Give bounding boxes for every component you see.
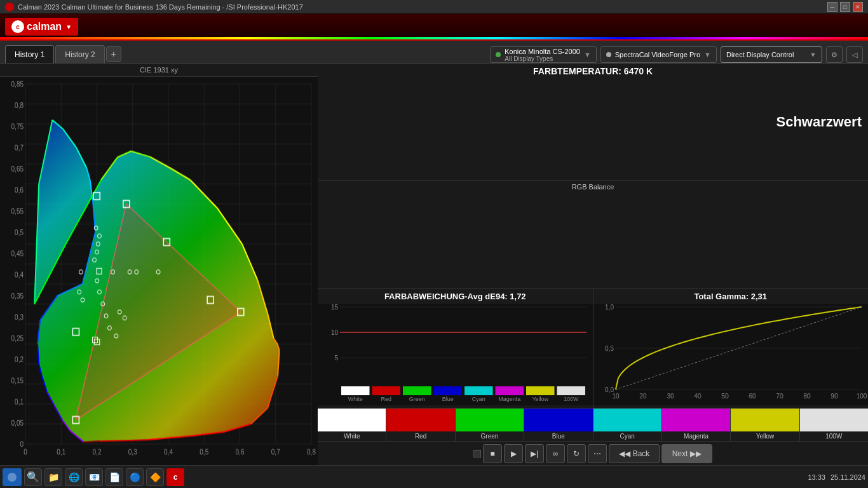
- rgb-title: RGB Balance: [318, 181, 868, 193]
- taskbar-icon-5[interactable]: 📄: [105, 468, 123, 486]
- farb-section: FARBABWEICHUNG-Avg dE94: 1,72: [318, 289, 593, 408]
- back-button[interactable]: ◀◀ Back: [609, 444, 660, 463]
- swatch-label-blue: Blue: [552, 431, 565, 441]
- swatch-label-red: Red: [415, 431, 426, 441]
- stop-button[interactable]: ■: [483, 444, 502, 463]
- cie-chart-title: CIE 1931 xy: [0, 64, 318, 77]
- main-toolbar: c calman ▼: [0, 14, 868, 41]
- refresh-button[interactable]: ↻: [567, 444, 586, 463]
- app: Calman 2023 Calman Ultimate for Business…: [0, 0, 868, 488]
- swatch-label-cyan: Cyan: [620, 431, 635, 441]
- swatch-label-green: Green: [481, 431, 499, 441]
- tab-history1[interactable]: History 1: [5, 45, 54, 63]
- charts-container: FARBTEMPERATUR: 6470 K Schwarzwert RGB B…: [318, 64, 868, 408]
- meter-selector[interactable]: Konica Minolta CS-2000 All Display Types…: [490, 46, 597, 63]
- taskbar-time: 13:33: [808, 473, 825, 481]
- logo-dropdown-icon[interactable]: ▼: [65, 24, 72, 30]
- back-arrow-icon: ◀◀: [619, 449, 630, 458]
- gamma-chart: [593, 304, 869, 405]
- swatch-white[interactable]: White: [318, 409, 386, 441]
- titlebar-left: Calman 2023 Calman Ultimate for Business…: [5, 3, 303, 11]
- swatch-magenta[interactable]: Magenta: [661, 409, 730, 441]
- taskbar-right: 13:33 25.11.2024: [808, 473, 865, 481]
- swatch-color-yellow: [731, 409, 799, 431]
- minimize-button[interactable]: ─: [827, 2, 837, 12]
- swatch-color-cyan: [593, 409, 661, 431]
- color-patch-preview: [473, 450, 481, 458]
- tab-history2[interactable]: History 2: [55, 45, 104, 63]
- swatch-color-green: [456, 409, 524, 431]
- start-button[interactable]: [3, 468, 22, 486]
- source-dropdown-icon: ▼: [704, 51, 711, 58]
- source-status-dot: [606, 52, 611, 57]
- farb-chart: [318, 304, 593, 405]
- content-area: CIE 1931 xy FARBTEMPERATUR: 6470 K Schwa…: [0, 64, 868, 465]
- cie-chart-canvas: [0, 77, 318, 465]
- next-arrow-icon: ▶▶: [690, 449, 702, 458]
- add-tab-button[interactable]: +: [106, 46, 121, 62]
- color-swatches: White Red Green Blue Cyan Magenta Yellow…: [318, 408, 868, 441]
- taskbar-icon-7[interactable]: 🔶: [146, 468, 164, 486]
- rainbow-bar: [0, 37, 868, 39]
- source-label: SpectraCal VideoForge Pro: [615, 51, 700, 58]
- app-icon: [5, 3, 14, 11]
- step-button[interactable]: ▶|: [525, 444, 544, 463]
- loop-button[interactable]: ∞: [546, 444, 565, 463]
- schwarzwert-label: Schwarzwert: [776, 114, 862, 130]
- rgb-section: RGB Balance: [318, 181, 868, 289]
- taskbar: 🔍 📁 🌐 📧 📄 🔵 🔶 c 13:33 25.11.2024: [0, 465, 868, 488]
- swatch-color-magenta: [662, 409, 730, 431]
- taskbar-calman[interactable]: c: [166, 468, 184, 486]
- swatch-blue[interactable]: Blue: [524, 409, 592, 441]
- close-button[interactable]: ✕: [853, 2, 863, 12]
- taskbar-icon-4[interactable]: 📧: [85, 468, 103, 486]
- taskbar-icon-1[interactable]: 🔍: [24, 468, 42, 486]
- titlebar-controls: ─ □ ✕: [827, 2, 863, 12]
- gamma-title: Total Gamma: 2,31: [593, 289, 869, 304]
- more-button[interactable]: ⋯: [588, 444, 607, 463]
- swatch-color-blue: [524, 409, 592, 431]
- farb-title: FARBABWEICHUNG-Avg dE94: 1,72: [318, 289, 593, 304]
- swatch-color-100w: [800, 409, 868, 431]
- meter-sublabel: All Display Types: [505, 55, 580, 62]
- logo-text: calman: [27, 21, 62, 32]
- next-label: Next: [672, 449, 688, 458]
- bottom-charts: FARBABWEICHUNG-Avg dE94: 1,72 Total Gamm…: [318, 289, 868, 408]
- playback-controls: ■ ▶ ▶| ∞ ↻ ⋯ ◀◀ Back Next ▶▶: [318, 441, 868, 465]
- cie-panel: CIE 1931 xy: [0, 64, 318, 465]
- swatch-yellow[interactable]: Yellow: [730, 409, 799, 441]
- meter-label: Konica Minolta CS-2000: [505, 48, 580, 55]
- swatch-cyan[interactable]: Cyan: [593, 409, 661, 441]
- display-selector[interactable]: Direct Display Control ▼: [721, 46, 822, 63]
- calman-icon: c: [11, 20, 24, 33]
- swatch-red[interactable]: Red: [386, 409, 454, 441]
- swatch-100w[interactable]: 100W: [799, 409, 868, 441]
- swatch-label-yellow: Yellow: [756, 431, 775, 441]
- swatch-label-100w: 100W: [825, 431, 842, 441]
- farbtemp-title: FARBTEMPERATUR: 6470 K: [318, 64, 868, 79]
- titlebar-title: Calman 2023 Calman Ultimate for Business…: [18, 3, 303, 11]
- settings-button[interactable]: ⚙: [826, 46, 843, 63]
- gamma-section: Total Gamma: 2,31: [593, 289, 869, 408]
- swatch-label-magenta: Magenta: [684, 431, 709, 441]
- display-dropdown-icon: ▼: [810, 51, 817, 58]
- maximize-button[interactable]: □: [840, 2, 850, 12]
- farbtemp-section: FARBTEMPERATUR: 6470 K Schwarzwert: [318, 64, 868, 181]
- display-label: Direct Display Control: [726, 51, 794, 58]
- swatch-color-white: [318, 409, 386, 431]
- tabs-bar: History 1 History 2 + Konica Minolta CS-…: [0, 41, 868, 64]
- taskbar-icon-3[interactable]: 🌐: [65, 468, 83, 486]
- panel-toggle-button[interactable]: ◁: [846, 46, 863, 63]
- rgb-chart: [318, 193, 868, 285]
- taskbar-icon-2[interactable]: 📁: [44, 468, 62, 486]
- source-selector[interactable]: SpectraCal VideoForge Pro ▼: [600, 46, 717, 63]
- calman-logo: c calman ▼: [5, 18, 78, 36]
- play-button[interactable]: ▶: [504, 444, 523, 463]
- taskbar-icon-6[interactable]: 🔵: [126, 468, 144, 486]
- back-label: Back: [633, 449, 650, 458]
- swatch-color-red: [386, 409, 454, 431]
- right-panel: FARBTEMPERATUR: 6470 K Schwarzwert RGB B…: [318, 64, 868, 465]
- swatch-green[interactable]: Green: [455, 409, 524, 441]
- meter-status-dot: [496, 52, 501, 57]
- next-button[interactable]: Next ▶▶: [661, 444, 712, 463]
